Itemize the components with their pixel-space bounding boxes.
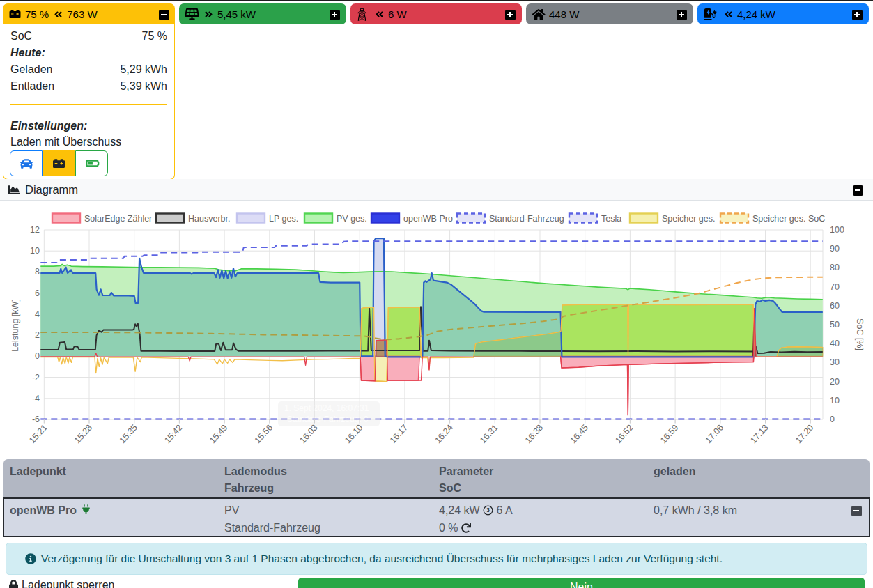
- svg-text:15:28: 15:28: [72, 423, 94, 446]
- svg-text:15:21: 15:21: [27, 423, 49, 446]
- svg-text:40: 40: [830, 339, 840, 348]
- svg-text:16:24: 16:24: [433, 423, 454, 446]
- svg-text:2: 2: [35, 330, 40, 340]
- svg-text:10: 10: [30, 246, 40, 256]
- svg-text:SoC [%]: SoC [%]: [855, 318, 865, 350]
- svg-text:0: 0: [830, 415, 835, 424]
- svg-text:16:45: 16:45: [569, 423, 590, 446]
- svg-text:15:42: 15:42: [162, 423, 184, 446]
- svg-text:16:38: 16:38: [523, 423, 545, 446]
- svg-text:4: 4: [35, 309, 40, 319]
- svg-text:50: 50: [830, 320, 840, 330]
- svg-text:1. Sept 2024, 16:07:31: 1. Sept 2024, 16:07:31: [284, 403, 369, 413]
- svg-text:-4: -4: [32, 394, 40, 403]
- svg-text:30: 30: [830, 357, 840, 367]
- svg-text:17:13: 17:13: [748, 423, 770, 446]
- svg-text:3: 3: [486, 507, 490, 513]
- svg-text:Standard-Fahrzeug: Standard-Fahrzeug: [489, 214, 564, 224]
- svg-text:SolarEdge Zähler: SolarEdge Zähler: [84, 214, 152, 224]
- svg-text:16:31: 16:31: [478, 423, 500, 446]
- svg-text:15:56: 15:56: [253, 423, 275, 446]
- svg-text:90: 90: [830, 244, 840, 254]
- svg-text:Leistung [kW]: Leistung [kW]: [10, 299, 20, 352]
- svg-text:PV ges.: PV ges.: [337, 214, 367, 224]
- svg-text:Hausverbr.: Hausverbr.: [188, 214, 230, 224]
- svg-text:8: 8: [35, 267, 40, 277]
- svg-text:Tesla: Tesla: [601, 214, 621, 224]
- svg-text:70: 70: [830, 282, 840, 292]
- svg-text:openWB Pro: openWB Pro: [403, 214, 453, 224]
- svg-text:15:49: 15:49: [208, 423, 229, 446]
- svg-text:15:35: 15:35: [118, 423, 139, 446]
- svg-text:6: 6: [35, 288, 40, 298]
- svg-text:80: 80: [830, 263, 840, 272]
- svg-text:100: 100: [830, 225, 844, 235]
- svg-text:Speicher ges. SoC: Speicher ges. SoC: [752, 214, 825, 224]
- svg-text:-2: -2: [32, 373, 40, 382]
- svg-text:17:06: 17:06: [704, 423, 725, 446]
- svg-text:20: 20: [830, 377, 840, 387]
- svg-text:60: 60: [830, 301, 840, 311]
- svg-text:17:20: 17:20: [794, 423, 815, 446]
- svg-text:LP ges.: LP ges.: [269, 214, 298, 224]
- svg-text:16:17: 16:17: [388, 423, 410, 446]
- svg-text:Speicher ges.: Speicher ges.: [662, 214, 715, 224]
- svg-text:10: 10: [830, 396, 840, 405]
- svg-text:12: 12: [30, 225, 40, 235]
- svg-text:16:52: 16:52: [613, 423, 635, 446]
- svg-text:16:59: 16:59: [658, 423, 680, 446]
- svg-text:0: 0: [35, 351, 40, 361]
- svg-text:-6: -6: [32, 415, 40, 424]
